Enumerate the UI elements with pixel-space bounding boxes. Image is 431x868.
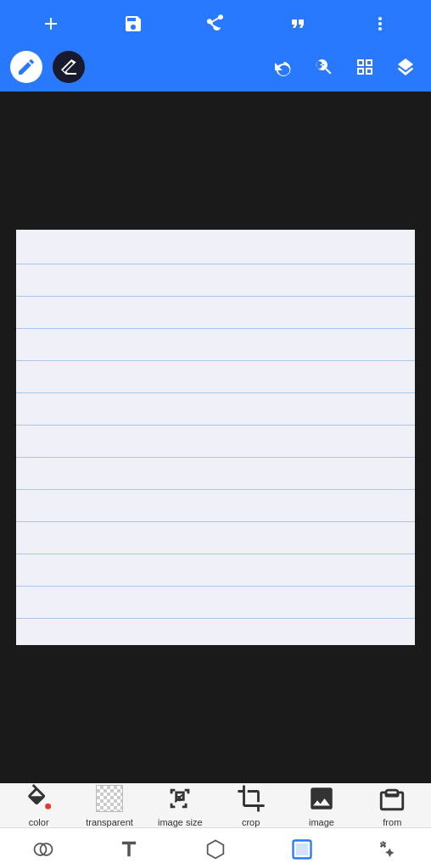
paper-line <box>16 392 415 393</box>
from-tool-label: from <box>383 817 401 827</box>
paper-line <box>16 264 415 264</box>
color-tool-label: color <box>29 817 49 827</box>
from-icon <box>375 783 409 814</box>
layers-button[interactable] <box>390 52 421 82</box>
image-size-icon <box>163 783 197 814</box>
zoom-button[interactable] <box>309 52 339 82</box>
bottom-tools-panel: color transparent image size <box>0 783 431 868</box>
image-size-tool-item[interactable]: image size <box>146 783 214 827</box>
paper-line <box>16 521 415 522</box>
bottom-nav-row <box>0 827 431 868</box>
color-tool-item[interactable]: color <box>5 783 73 827</box>
tools-row: color transparent image size <box>0 783 431 827</box>
grid-button[interactable] <box>350 52 380 82</box>
paper-line <box>16 457 415 458</box>
nav-shape-button[interactable] <box>194 828 237 868</box>
image-tool-item[interactable]: image <box>288 783 355 827</box>
transparent-tool-label: transparent <box>86 817 133 827</box>
image-icon <box>305 783 339 814</box>
undo-button[interactable] <box>268 52 299 82</box>
paper-line <box>16 328 415 329</box>
share-button[interactable] <box>200 8 231 39</box>
toolbar-top <box>0 0 431 47</box>
pencil-tool-button[interactable] <box>10 51 42 83</box>
canvas-area[interactable] <box>0 92 431 783</box>
image-tool-label: image <box>309 817 334 827</box>
paper-line <box>16 489 415 490</box>
toolbar-second <box>0 47 431 92</box>
transparent-icon <box>92 783 126 814</box>
nav-overlap-button[interactable] <box>22 828 64 868</box>
quote-button[interactable] <box>283 8 313 39</box>
transparent-tool-item[interactable]: transparent <box>76 783 143 827</box>
crop-icon <box>234 783 268 814</box>
paper-line <box>16 586 415 587</box>
eraser-tool-button[interactable] <box>53 51 85 83</box>
paper-line <box>16 618 415 619</box>
paper-line <box>16 425 415 426</box>
from-tool-item[interactable]: from <box>358 783 426 827</box>
image-size-tool-label: image size <box>158 817 203 827</box>
svg-rect-6 <box>297 844 307 854</box>
nav-text-button[interactable] <box>108 828 150 868</box>
crop-tool-item[interactable]: crop <box>217 783 285 827</box>
crop-tool-label: crop <box>242 817 260 827</box>
color-fill-icon <box>22 783 56 814</box>
lined-paper <box>16 230 415 645</box>
svg-point-0 <box>44 803 52 810</box>
nav-selection-button[interactable] <box>281 828 323 868</box>
paper-line <box>16 360 415 361</box>
paper-line <box>16 296 415 297</box>
more-options-button[interactable] <box>365 8 395 39</box>
svg-marker-4 <box>208 841 224 859</box>
save-button[interactable] <box>118 8 148 39</box>
nav-sparkle-button[interactable] <box>367 828 409 868</box>
paper-line <box>16 554 415 554</box>
add-button[interactable] <box>36 8 66 39</box>
